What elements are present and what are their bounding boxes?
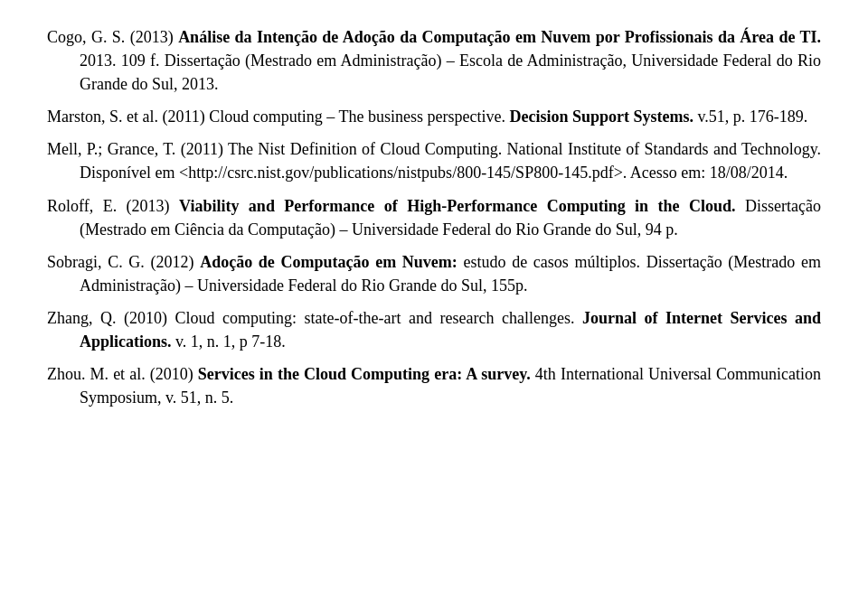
reference-item: Mell, P.; Grance, T. (2011) The Nist Def…: [47, 137, 821, 184]
reference-item: Zhang, Q. (2010) Cloud computing: state-…: [47, 306, 821, 353]
reference-item: Zhou. M. et al. (2010) Services in the C…: [47, 362, 821, 409]
reference-item: Roloff, E. (2013) Viability and Performa…: [47, 194, 821, 241]
reference-item: Sobragi, C. G. (2012) Adoção de Computaç…: [47, 250, 821, 297]
page-content: Cogo, G. S. (2013) Análise da Intenção d…: [0, 0, 868, 444]
reference-item: Marston, S. et al. (2011) Cloud computin…: [47, 105, 821, 128]
reference-text: Cogo, G. S. (2013) Análise da Intenção d…: [47, 25, 821, 96]
reference-text: Marston, S. et al. (2011) Cloud computin…: [47, 105, 821, 128]
reference-text: Sobragi, C. G. (2012) Adoção de Computaç…: [47, 250, 821, 297]
reference-text: Zhang, Q. (2010) Cloud computing: state-…: [47, 306, 821, 353]
reference-text: Roloff, E. (2013) Viability and Performa…: [47, 194, 821, 241]
reference-item: Cogo, G. S. (2013) Análise da Intenção d…: [47, 25, 821, 96]
reference-text: Zhou. M. et al. (2010) Services in the C…: [47, 362, 821, 409]
reference-text: Mell, P.; Grance, T. (2011) The Nist Def…: [47, 137, 821, 184]
